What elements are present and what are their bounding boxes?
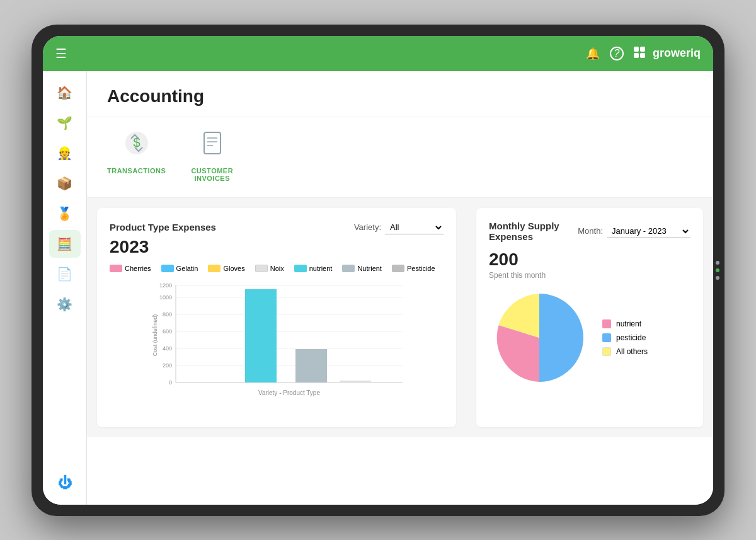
notification-icon[interactable]: 🔔 [586,47,600,60]
legend-label-cherries: Cherries [125,265,151,272]
customer-invoices-label: CUSTOMERINVOICES [191,167,233,182]
pie-chart-title: Monthly Supply Expenses [489,221,578,242]
legend-dot-gelatin [161,265,174,272]
pie-chart-area: nutrient pesticide All others [489,287,690,388]
svg-text:800: 800 [163,311,172,318]
legend-gelatin: Gelatin [161,265,198,272]
variety-selector[interactable]: Variety: All Cherries Gelatin Gloves Noi… [354,221,444,234]
legend-label-pesticide: Pesticide [407,265,435,272]
main-content: Accounting $ TRANSACTIONS [87,71,713,505]
customer-invoices-svg [199,130,226,156]
svg-text:1200: 1200 [159,282,172,289]
transactions-icon: $ [123,130,150,162]
pie-chart-header: Monthly Supply Expenses Month: January -… [489,221,690,242]
pie-legend-color-nutrient [602,319,611,328]
bar-chart-header: Product Type Expenses Variety: All Cherr… [110,221,444,234]
legend-dot-nutrient-cap [342,265,355,272]
legend-dot-cherries [110,265,122,272]
bar-other [340,381,371,382]
sidebar-item-home[interactable]: 🏠 [49,79,81,106]
legend-nutrient: nutrient [294,265,333,272]
legend-label-nutrient-cap: Nutrient [357,265,382,272]
legend-cherries: Cherries [110,265,151,272]
legend-label-nutrient: nutrient [309,265,333,272]
quick-actions: $ TRANSACTIONS [87,117,713,198]
svg-text:200: 200 [163,362,172,369]
bar-chart-legend: Cherries Gelatin Gloves [110,265,444,272]
transactions-label: TRANSACTIONS [107,167,166,175]
svg-text:Variety - Product Type: Variety - Product Type [258,389,320,396]
spent-amount: 200 [489,250,690,270]
bar-chart-container: 0 200 400 600 800 1000 [110,279,444,405]
svg-rect-0 [634,47,639,52]
pie-legend-others: All others [602,347,648,356]
bar-chart-svg: 0 200 400 600 800 1000 [110,279,444,405]
transactions-button[interactable]: $ TRANSACTIONS [107,130,166,175]
svg-rect-3 [640,53,645,58]
bar-chart-title: Product Type Expenses [110,222,216,233]
svg-text:0: 0 [169,379,172,386]
svg-text:Cost (undefined): Cost (undefined) [152,314,158,356]
pie-legend-label-nutrient: nutrient [616,319,641,328]
pie-segment-pesticide [539,294,583,382]
pie-legend-label-pesticide: pesticide [616,333,646,342]
legend-dot-pesticide [392,265,404,272]
svg-text:1000: 1000 [159,294,172,301]
pie-legend-pesticide: pesticide [602,333,648,342]
pie-legend-label-others: All others [616,347,648,356]
bar-chart-panel: Product Type Expenses Variety: All Cherr… [97,208,456,427]
legend-dot-nutrient [294,265,307,272]
brand-name: groweriq [653,47,701,60]
sidebar-item-settings[interactable]: ⚙️ [49,290,81,318]
transactions-svg: $ [123,130,150,156]
legend-gloves: Gloves [208,265,244,272]
sidebar-item-inventory[interactable]: 📦 [49,169,81,197]
sidebar-item-logout[interactable]: ⏻ [49,469,81,497]
spent-label: Spent this month [489,271,690,280]
chart-year: 2023 [110,237,444,257]
customer-invoices-button[interactable]: CUSTOMERINVOICES [191,130,233,182]
sidebar-item-accounting[interactable]: 🧮 [49,230,81,258]
svg-rect-6 [204,132,220,154]
legend-nutrient-cap: Nutrient [342,265,382,272]
variety-select-input[interactable]: All Cherries Gelatin Gloves Noix nutrien… [385,221,444,234]
page-title: Accounting [107,86,693,106]
sidebar-item-notes[interactable]: 📄 [49,260,81,288]
legend-pesticide: Pesticide [392,265,435,272]
svg-text:400: 400 [163,345,172,352]
svg-rect-1 [640,47,645,52]
page-header: Accounting [87,71,713,117]
bar-pesticide [295,349,327,382]
brand: groweriq [634,47,701,60]
pie-legend-nutrient: nutrient [602,319,648,328]
sidebar-item-workers[interactable]: 👷 [49,139,81,167]
legend-dot-gloves [208,265,220,272]
top-bar: ☰ 🔔 ? groweriq [43,36,713,71]
legend-dot-noix [255,265,268,272]
help-icon[interactable]: ? [610,47,624,60]
legend-label-noix: Noix [270,265,284,272]
sidebar: 🏠 🌱 👷 📦 🏅 🧮 📄 ⚙️ ⏻ [43,71,87,505]
variety-label: Variety: [354,222,381,232]
customer-invoices-icon [199,130,226,162]
charts-area: Product Type Expenses Variety: All Cherr… [87,198,713,437]
legend-label-gloves: Gloves [223,265,244,272]
pie-legend-color-others [602,347,611,356]
pie-legend-color-pesticide [602,333,611,342]
month-label: Month: [578,226,603,236]
bar-nutrient [245,289,277,382]
legend-noix: Noix [255,265,284,272]
pie-legend: nutrient pesticide All others [602,319,648,356]
brand-icon [634,47,648,60]
hamburger-icon[interactable]: ☰ [55,46,67,61]
legend-label-gelatin: Gelatin [176,265,198,272]
month-selector[interactable]: Month: January - 2023 February - 2023 Ma… [578,224,690,238]
pie-chart-svg [489,287,590,388]
svg-text:600: 600 [163,328,172,335]
pie-chart-panel: Monthly Supply Expenses Month: January -… [476,208,703,427]
sidebar-item-rewards[interactable]: 🏅 [49,200,81,227]
sidebar-item-plants[interactable]: 🌱 [49,109,81,137]
month-select-input[interactable]: January - 2023 February - 2023 March - 2… [607,224,690,238]
svg-rect-2 [634,53,639,58]
